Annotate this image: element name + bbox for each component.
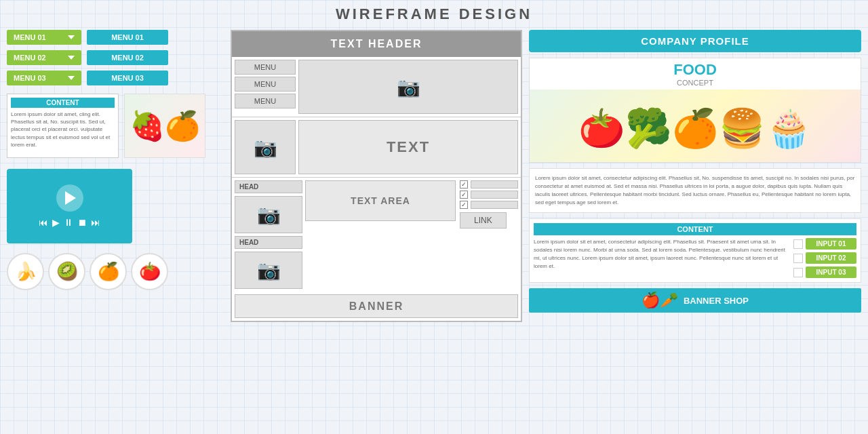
wire-cb-row-2: ✓ — [460, 191, 518, 199]
pause-icon[interactable]: ⏸ — [64, 217, 73, 228]
right-panel: COMPANY PROFILE FOOD CONCEPT 🍅🥦🍊🍔🧁 Lorem… — [529, 27, 861, 313]
wire-text-row: 📷 TEXT — [232, 117, 521, 178]
play-icon[interactable]: ▶ — [52, 217, 60, 228]
input-fields: INPUT 01 INPUT 02 INPUT 03 — [793, 238, 856, 278]
wire-head-2: HEAD — [235, 236, 302, 249]
menu-row-1: MENU 01 MENU 01 — [7, 30, 224, 45]
wire-cb-line-2 — [471, 191, 518, 199]
wire-checkboxes: ✓ ✓ ✓ LINK — [460, 180, 518, 229]
wire-cam-mid-1: 📷 — [235, 196, 302, 233]
wire-cb-line-3 — [471, 201, 518, 209]
prev-icon[interactable]: ⏮ — [39, 217, 48, 228]
input-checkbox-1[interactable] — [793, 239, 803, 249]
wire-text-block: TEXT — [298, 120, 518, 174]
banner-shop-label: BANNER SHOP — [684, 296, 749, 306]
wire-textarea[interactable]: TEXT AREA — [305, 180, 456, 221]
wire-image-placeholder-1: 📷 — [298, 60, 518, 114]
teal-menu-btn-3[interactable]: MENU 03 — [87, 71, 168, 85]
arrow-icon-1 — [68, 35, 75, 39]
wire-checkbox-2[interactable]: ✓ — [460, 191, 468, 199]
wire-cam-mid-2: 📷 — [235, 252, 302, 289]
wire-head-1: HEAD — [235, 180, 302, 193]
wire-bottom-row: HEAD 📷 HEAD 📷 TEXT AREA ✓ — [232, 178, 521, 292]
wire-checkbox-1[interactable]: ✓ — [460, 180, 468, 189]
food-card-header: FOOD CONCEPT — [530, 58, 861, 90]
wire-cam-small-1: 📷 — [235, 120, 296, 174]
content-image: 🍓🍊 — [124, 94, 205, 158]
content-card: CONTENT Lorem ipsum dolor sit amet, clin… — [7, 94, 224, 158]
wire-menu-image-row: MENU MENU MENU 📷 — [232, 57, 521, 117]
wire-cb-row-3: ✓ — [460, 201, 518, 209]
green-menu-btn-2[interactable]: MENU 02 — [7, 50, 81, 65]
wire-cb-row-1: ✓ — [460, 180, 518, 189]
wire-cb-line-1 — [471, 180, 518, 189]
wire-checkbox-3[interactable]: ✓ — [460, 201, 468, 209]
food-title: FOOD — [532, 61, 858, 79]
input-row-1: INPUT 01 — [793, 238, 856, 250]
input-checkbox-3[interactable] — [793, 268, 803, 277]
camera-icon-1: 📷 — [397, 76, 420, 98]
input-row-2: INPUT 02 — [793, 252, 856, 264]
content-right-layout: Lorem ipsum dolor sit et amet, consectet… — [534, 238, 856, 278]
play-button[interactable] — [56, 184, 83, 212]
food-subtitle: CONCEPT — [532, 79, 858, 87]
camera-icon-3: 📷 — [257, 203, 281, 226]
input-field-btn-3[interactable]: INPUT 03 — [806, 267, 856, 278]
wire-banner: BANNER — [235, 294, 518, 318]
fruit-row: 🍌 🥝 🍊 🍅 — [7, 253, 224, 290]
left-panel: MENU 01 MENU 01 MENU 02 MENU 02 MENU 03 … — [7, 27, 224, 290]
body-text-right: Lorem ipsum dolor sit amet, consectetur … — [529, 168, 861, 213]
content-box: CONTENT Lorem ipsum dolor sit amet, clin… — [7, 94, 119, 158]
video-player: ⏮ ▶ ⏸ ⏹ ⏭ — [7, 169, 132, 243]
input-row-3: INPUT 03 — [793, 267, 856, 278]
camera-icon-2: 📷 — [254, 136, 277, 159]
banner-shop: 🍎🥕 BANNER SHOP — [529, 288, 861, 313]
content-section-right: CONTENT Lorem ipsum dolor sit et amet, c… — [529, 218, 861, 283]
content-text: Lorem ipsum dolor sit amet, cling elit. … — [11, 111, 115, 149]
wire-menu-btn-2[interactable]: MENU — [235, 77, 296, 92]
food-card: FOOD CONCEPT 🍅🥦🍊🍔🧁 — [529, 58, 861, 163]
menu-row-2: MENU 02 MENU 02 — [7, 50, 224, 65]
play-icon — [65, 191, 76, 205]
video-controls: ⏮ ▶ ⏸ ⏹ ⏭ — [39, 217, 100, 228]
wire-menu-btn-3[interactable]: MENU — [235, 94, 296, 108]
arrow-icon-2 — [68, 56, 75, 60]
fruit-tomato: 🍅 — [131, 253, 168, 290]
teal-menu-btn-1[interactable]: MENU 01 — [87, 30, 168, 45]
next-icon[interactable]: ⏭ — [91, 217, 100, 228]
food-image: 🍅🥦🍊🍔🧁 — [530, 90, 861, 163]
fruit-orange: 🍊 — [90, 253, 127, 290]
teal-menu-btn-2[interactable]: MENU 02 — [87, 50, 168, 65]
wire-text-header: TEXT HEADER — [232, 31, 521, 57]
arrow-icon-3 — [68, 76, 75, 80]
wire-menu-btn-1[interactable]: MENU — [235, 60, 296, 75]
content-section-header: CONTENT — [534, 223, 856, 235]
fruit-kiwi: 🥝 — [48, 253, 85, 290]
green-menu-btn-3[interactable]: MENU 03 — [7, 71, 81, 85]
green-menu-btn-1[interactable]: MENU 01 — [7, 30, 81, 45]
wire-bottom-left: HEAD 📷 HEAD 📷 — [235, 180, 302, 289]
content-text-area: Lorem ipsum dolor sit et amet, consectet… — [534, 238, 789, 278]
input-checkbox-2[interactable] — [793, 254, 803, 263]
input-field-btn-2[interactable]: INPUT 02 — [806, 252, 856, 264]
camera-icon-4: 📷 — [257, 259, 281, 281]
center-panel: TEXT HEADER MENU MENU MENU 📷 📷 TEXT HEAD — [231, 30, 522, 322]
menu-row-3: MENU 03 MENU 03 — [7, 71, 224, 85]
page-title: WIREFRAME DESIGN — [0, 0, 868, 27]
fruit-banana: 🍌 — [7, 253, 44, 290]
content-header: CONTENT — [11, 98, 115, 108]
company-profile-btn[interactable]: COMPANY PROFILE — [529, 30, 861, 52]
wire-center-content: TEXT AREA ✓ ✓ ✓ — [305, 180, 518, 289]
input-field-btn-1[interactable]: INPUT 01 — [806, 238, 856, 250]
wire-link-btn[interactable]: LINK — [460, 212, 507, 229]
stop-icon[interactable]: ⏹ — [77, 217, 87, 228]
